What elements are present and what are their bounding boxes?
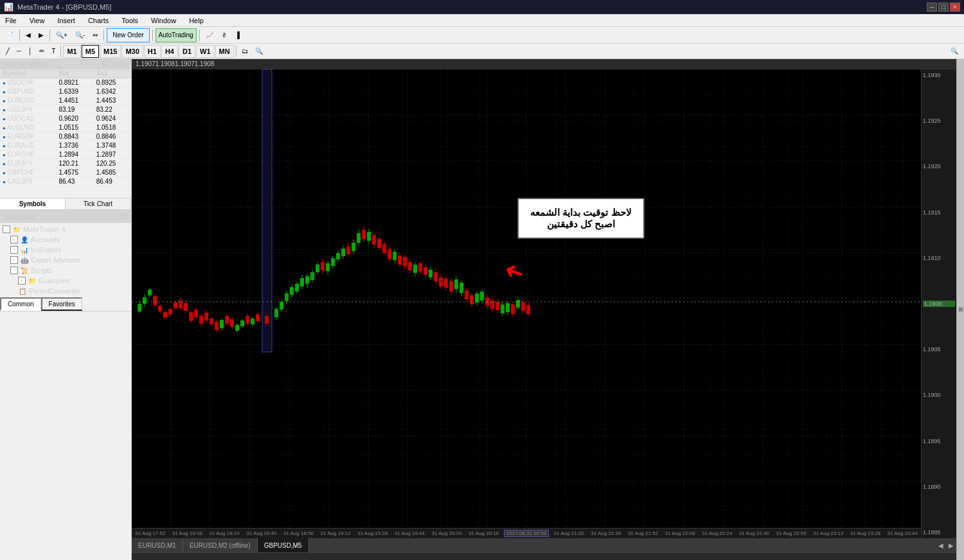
close-button[interactable]: ✕ bbox=[950, 3, 960, 12]
tab-common[interactable]: Common bbox=[0, 297, 41, 311]
market-watch-row[interactable]: ● USDJPY 83.19 83.22 bbox=[0, 105, 131, 114]
forward-button[interactable]: ▶ bbox=[35, 28, 47, 42]
tf-d1[interactable]: D1 bbox=[179, 45, 195, 58]
new-file-button[interactable]: 📄 bbox=[3, 28, 17, 42]
chart-scroll[interactable]: ⇔ bbox=[89, 28, 101, 42]
chart-header: 1.19071.19081.19071.1908 bbox=[132, 59, 956, 69]
chart-bar[interactable]: ▐ bbox=[232, 28, 243, 42]
expand-examples[interactable]: + bbox=[18, 277, 26, 284]
market-watch-title: Market Watch: bbox=[4, 60, 52, 68]
chart-candle[interactable]: 🕯 bbox=[218, 28, 231, 42]
left-panel: Market Watch: 16:24:53 Symbol Bid Ask ● … bbox=[0, 59, 132, 560]
ask-value: 1.4585 bbox=[94, 168, 131, 177]
nav-accounts[interactable]: + 👤 Accounts bbox=[0, 234, 131, 245]
svg-rect-82 bbox=[274, 309, 278, 317]
market-watch-row[interactable]: ● CADJPY 86.43 86.49 bbox=[0, 177, 131, 186]
tf-mn[interactable]: MN bbox=[215, 45, 234, 58]
chart-tab-eurusd-m1[interactable]: EURUSD,M1 bbox=[132, 538, 183, 552]
nav-root[interactable]: − 📁 MetaTrader 4 bbox=[0, 224, 131, 234]
price-label-10: 1.1890 bbox=[923, 484, 955, 490]
chart-tabs: EURUSD,M1 EURUSD,M2 (offline) GBPUSD,M5 … bbox=[132, 538, 956, 552]
expand-accounts[interactable]: + bbox=[10, 236, 18, 243]
tf-w1[interactable]: W1 bbox=[196, 45, 215, 58]
chart-zoom-in[interactable]: 🔍+ bbox=[53, 28, 71, 42]
market-watch-row[interactable]: ● EURJPY 120.21 120.25 bbox=[0, 159, 131, 168]
market-watch-row[interactable]: ● AUDUSD 1.0515 1.0518 bbox=[0, 123, 131, 132]
time-label-1: 31 Aug 17:52 bbox=[133, 530, 167, 536]
tf-m5[interactable]: M5 bbox=[82, 45, 99, 58]
maximize-button[interactable]: □ bbox=[938, 3, 949, 12]
tf-m15[interactable]: M15 bbox=[100, 45, 121, 58]
svg-rect-92 bbox=[300, 278, 304, 286]
menu-file[interactable]: File bbox=[3, 14, 19, 26]
pen-tool[interactable]: ✏ bbox=[36, 44, 48, 58]
market-watch-row[interactable]: ● GBPUSD 1.6339 1.6342 bbox=[0, 87, 131, 96]
menu-window[interactable]: Window bbox=[148, 14, 179, 26]
menu-view[interactable]: View bbox=[27, 14, 48, 26]
nav-indicators[interactable]: + 📊 Indicators bbox=[0, 245, 131, 255]
chart-tab-eurusd-m2[interactable]: EURUSD,M2 (offline) bbox=[183, 538, 258, 552]
new-order-button[interactable]: New Order bbox=[107, 28, 149, 42]
chart-scroll-right[interactable]: ▶ bbox=[946, 538, 956, 552]
price-label-4: 1.1915 bbox=[923, 209, 955, 216]
tab-favorites[interactable]: Favorites bbox=[41, 297, 82, 311]
tf-h1[interactable]: H1 bbox=[144, 45, 161, 58]
price-label-9: 1.1895 bbox=[923, 438, 955, 444]
svg-rect-148 bbox=[444, 279, 448, 288]
market-watch-row[interactable]: ● EURAUD 1.3736 1.3748 bbox=[0, 141, 131, 150]
chart-scroll-left[interactable]: ◀ bbox=[936, 538, 946, 552]
tf-h4[interactable]: H4 bbox=[161, 45, 178, 58]
ask-value: 1.0518 bbox=[94, 123, 131, 132]
tf-m1[interactable]: M1 bbox=[63, 45, 80, 58]
template-tool[interactable]: 🗂 bbox=[238, 44, 251, 58]
price-axis: 1.1930 1.1925 1.1920 1.1915 1.1910 1.190… bbox=[921, 69, 956, 538]
svg-rect-55 bbox=[199, 316, 203, 324]
market-watch-row[interactable]: ● GBPCHF 1.4575 1.4585 bbox=[0, 168, 131, 177]
nav-scripts[interactable]: − 📜 Scripts bbox=[0, 265, 131, 276]
toolbar: 📄 ◀ ▶ 🔍+ 🔍- ⇔ New Order AutoTrading 📈 🕯 … bbox=[0, 27, 964, 44]
side-label[interactable]: ⊞ bbox=[956, 59, 964, 560]
svg-rect-78 bbox=[262, 69, 272, 352]
search-btn[interactable]: 🔍 bbox=[947, 44, 961, 58]
chart-container[interactable]: 1.1930 1.1925 1.1920 1.1915 1.1910 1.190… bbox=[132, 69, 956, 538]
autotrading-button[interactable]: AutoTrading bbox=[156, 28, 197, 42]
menu-tools[interactable]: Tools bbox=[119, 14, 141, 26]
nav-examples[interactable]: + 📁 Examples bbox=[0, 276, 131, 286]
svg-rect-63 bbox=[220, 320, 224, 328]
tf-m30[interactable]: M30 bbox=[121, 45, 143, 58]
nav-expert-advisors[interactable]: + 🤖 Expert Advisors bbox=[0, 255, 131, 265]
back-button[interactable]: ◀ bbox=[22, 28, 34, 42]
market-watch-row[interactable]: ● EURGBP 0.8843 0.8846 bbox=[0, 132, 131, 141]
tab-symbols[interactable]: Symbols bbox=[0, 198, 66, 209]
nav-period-converter[interactable]: 📋 PeriodConverter bbox=[0, 286, 131, 296]
expand-root[interactable]: − bbox=[3, 225, 10, 233]
symbol-name: ● GBPCHF bbox=[0, 168, 56, 177]
menu-charts[interactable]: Charts bbox=[85, 14, 111, 26]
chart-line[interactable]: 📈 bbox=[202, 28, 217, 42]
expand-scripts[interactable]: − bbox=[10, 267, 18, 274]
tab-tick-chart[interactable]: Tick Chart bbox=[66, 198, 131, 209]
chart-tab-gbpusd-m5[interactable]: GBPUSD,M5 bbox=[258, 538, 309, 552]
menu-help[interactable]: Help bbox=[186, 14, 206, 26]
market-watch-row[interactable]: ● USDCAD 0.9620 0.9624 bbox=[0, 114, 131, 123]
expand-indicators[interactable]: + bbox=[10, 246, 18, 254]
menu-bar: File View Insert Charts Tools Window Hel… bbox=[0, 14, 964, 27]
expand-ea[interactable]: + bbox=[10, 256, 18, 264]
market-watch-row[interactable]: ● USDCHF 0.8921 0.8925 bbox=[0, 78, 131, 87]
text-tool[interactable]: T bbox=[48, 44, 58, 58]
title-bar-controls[interactable]: ─ □ ✕ bbox=[927, 3, 960, 12]
title-bar-left: 📊 MetaTrader 4 - [GBPUSD,M5] bbox=[4, 3, 111, 12]
chart-scrollbar[interactable] bbox=[132, 552, 956, 560]
market-watch-row[interactable]: ● EURUSD 1.4451 1.4453 bbox=[0, 96, 131, 105]
time-label-13: 31 Aug 21:52 bbox=[626, 530, 660, 536]
minimize-button[interactable]: ─ bbox=[927, 3, 937, 12]
market-watch-row[interactable]: ● EURCHF 1.2894 1.2897 bbox=[0, 150, 131, 159]
line-tool[interactable]: ╱ bbox=[3, 44, 13, 58]
vline-tool[interactable]: │ bbox=[25, 44, 35, 58]
zoom-in-btn[interactable]: 🔍 bbox=[252, 44, 266, 58]
navigator-close-button[interactable]: ✕ bbox=[120, 211, 127, 222]
hline-tool[interactable]: ─ bbox=[13, 44, 24, 58]
nav-accounts-label: Accounts bbox=[31, 236, 60, 243]
chart-zoom-out[interactable]: 🔍- bbox=[72, 28, 88, 42]
menu-insert[interactable]: Insert bbox=[55, 14, 78, 26]
